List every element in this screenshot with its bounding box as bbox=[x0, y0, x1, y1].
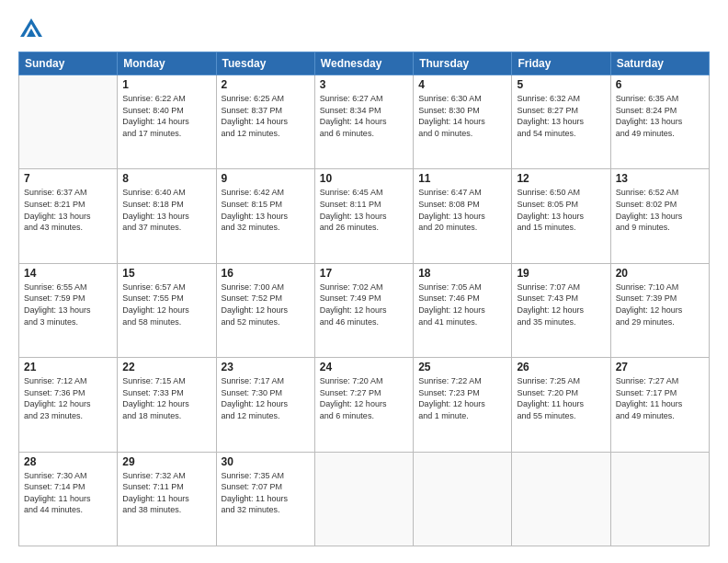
day-number: 6 bbox=[616, 78, 704, 91]
day-info: Sunrise: 7:10 AM Sunset: 7:39 PM Dayligh… bbox=[616, 282, 704, 327]
day-number: 30 bbox=[222, 455, 310, 468]
day-number: 4 bbox=[418, 78, 506, 91]
day-number: 23 bbox=[222, 361, 310, 373]
day-number: 1 bbox=[122, 78, 210, 91]
calendar-cell: 26Sunrise: 7:25 AM Sunset: 7:20 PM Dayli… bbox=[512, 358, 610, 452]
calendar-cell: 20Sunrise: 7:10 AM Sunset: 7:39 PM Dayli… bbox=[610, 263, 709, 357]
day-number: 24 bbox=[320, 361, 408, 373]
week-row-1: 7Sunrise: 6:37 AM Sunset: 8:21 PM Daylig… bbox=[19, 169, 710, 263]
calendar-cell: 6Sunrise: 6:35 AM Sunset: 8:24 PM Daylig… bbox=[610, 75, 709, 169]
day-number: 29 bbox=[122, 455, 210, 468]
day-info: Sunrise: 7:07 AM Sunset: 7:43 PM Dayligh… bbox=[517, 282, 605, 327]
calendar-cell bbox=[314, 452, 413, 546]
day-number: 2 bbox=[222, 78, 310, 91]
calendar-cell: 4Sunrise: 6:30 AM Sunset: 8:30 PM Daylig… bbox=[414, 75, 512, 169]
day-number: 15 bbox=[122, 267, 210, 280]
weekday-header-row: SundayMondayTuesdayWednesdayThursdayFrid… bbox=[19, 52, 710, 75]
calendar-cell: 25Sunrise: 7:22 AM Sunset: 7:23 PM Dayli… bbox=[414, 358, 512, 452]
week-row-0: 1Sunrise: 6:22 AM Sunset: 8:40 PM Daylig… bbox=[19, 75, 710, 169]
day-number: 3 bbox=[320, 78, 408, 91]
calendar-cell bbox=[19, 75, 118, 169]
calendar-cell: 16Sunrise: 7:00 AM Sunset: 7:52 PM Dayli… bbox=[216, 263, 314, 357]
calendar-cell: 27Sunrise: 7:27 AM Sunset: 7:17 PM Dayli… bbox=[610, 358, 709, 452]
day-number: 5 bbox=[517, 78, 605, 91]
day-number: 20 bbox=[616, 267, 704, 280]
day-number: 17 bbox=[320, 267, 408, 280]
calendar-table: SundayMondayTuesdayWednesdayThursdayFrid… bbox=[18, 52, 710, 546]
day-info: Sunrise: 7:17 AM Sunset: 7:30 PM Dayligh… bbox=[222, 375, 310, 421]
calendar-cell: 9Sunrise: 6:42 AM Sunset: 8:15 PM Daylig… bbox=[216, 169, 314, 263]
day-info: Sunrise: 7:02 AM Sunset: 7:49 PM Dayligh… bbox=[320, 282, 408, 327]
day-number: 8 bbox=[122, 172, 210, 185]
calendar-cell: 5Sunrise: 6:32 AM Sunset: 8:27 PM Daylig… bbox=[512, 75, 610, 169]
day-number: 14 bbox=[24, 267, 112, 280]
day-info: Sunrise: 6:30 AM Sunset: 8:30 PM Dayligh… bbox=[418, 93, 506, 139]
day-number: 9 bbox=[222, 172, 310, 185]
day-number: 19 bbox=[517, 267, 605, 280]
day-info: Sunrise: 6:22 AM Sunset: 8:40 PM Dayligh… bbox=[122, 93, 210, 139]
logo-icon bbox=[18, 17, 44, 42]
weekday-header-tuesday: Tuesday bbox=[216, 52, 314, 75]
calendar-cell: 14Sunrise: 6:55 AM Sunset: 7:59 PM Dayli… bbox=[19, 263, 118, 357]
day-info: Sunrise: 6:40 AM Sunset: 8:18 PM Dayligh… bbox=[122, 187, 210, 233]
week-row-2: 14Sunrise: 6:55 AM Sunset: 7:59 PM Dayli… bbox=[19, 263, 710, 357]
calendar-cell: 10Sunrise: 6:45 AM Sunset: 8:11 PM Dayli… bbox=[314, 169, 413, 263]
day-info: Sunrise: 7:20 AM Sunset: 7:27 PM Dayligh… bbox=[320, 375, 408, 421]
calendar-cell: 29Sunrise: 7:32 AM Sunset: 7:11 PM Dayli… bbox=[118, 452, 216, 546]
day-info: Sunrise: 6:35 AM Sunset: 8:24 PM Dayligh… bbox=[616, 93, 704, 139]
weekday-header-wednesday: Wednesday bbox=[314, 52, 413, 75]
calendar-cell: 11Sunrise: 6:47 AM Sunset: 8:08 PM Dayli… bbox=[414, 169, 512, 263]
day-number: 18 bbox=[418, 267, 506, 280]
calendar-cell bbox=[512, 452, 610, 546]
day-info: Sunrise: 7:32 AM Sunset: 7:11 PM Dayligh… bbox=[122, 470, 210, 516]
calendar-cell: 21Sunrise: 7:12 AM Sunset: 7:36 PM Dayli… bbox=[19, 358, 118, 452]
calendar-cell: 8Sunrise: 6:40 AM Sunset: 8:18 PM Daylig… bbox=[118, 169, 216, 263]
day-info: Sunrise: 6:25 AM Sunset: 8:37 PM Dayligh… bbox=[222, 93, 310, 139]
calendar-cell: 24Sunrise: 7:20 AM Sunset: 7:27 PM Dayli… bbox=[314, 358, 413, 452]
day-number: 21 bbox=[24, 361, 112, 373]
week-row-4: 28Sunrise: 7:30 AM Sunset: 7:14 PM Dayli… bbox=[19, 452, 710, 546]
calendar-cell: 18Sunrise: 7:05 AM Sunset: 7:46 PM Dayli… bbox=[414, 263, 512, 357]
day-number: 7 bbox=[24, 172, 112, 185]
weekday-header-friday: Friday bbox=[512, 52, 610, 75]
day-number: 28 bbox=[24, 455, 112, 468]
header bbox=[18, 17, 710, 42]
calendar-cell: 30Sunrise: 7:35 AM Sunset: 7:07 PM Dayli… bbox=[216, 452, 314, 546]
day-number: 25 bbox=[418, 361, 506, 373]
calendar-cell: 28Sunrise: 7:30 AM Sunset: 7:14 PM Dayli… bbox=[19, 452, 118, 546]
weekday-header-thursday: Thursday bbox=[414, 52, 512, 75]
weekday-header-monday: Monday bbox=[118, 52, 216, 75]
logo bbox=[18, 17, 49, 42]
calendar-cell: 1Sunrise: 6:22 AM Sunset: 8:40 PM Daylig… bbox=[118, 75, 216, 169]
calendar-cell: 2Sunrise: 6:25 AM Sunset: 8:37 PM Daylig… bbox=[216, 75, 314, 169]
calendar-cell: 13Sunrise: 6:52 AM Sunset: 8:02 PM Dayli… bbox=[610, 169, 709, 263]
day-info: Sunrise: 6:55 AM Sunset: 7:59 PM Dayligh… bbox=[24, 282, 112, 327]
day-info: Sunrise: 7:35 AM Sunset: 7:07 PM Dayligh… bbox=[222, 470, 310, 516]
day-number: 26 bbox=[517, 361, 605, 373]
calendar-cell bbox=[414, 452, 512, 546]
day-info: Sunrise: 7:22 AM Sunset: 7:23 PM Dayligh… bbox=[418, 375, 506, 421]
calendar-cell: 15Sunrise: 6:57 AM Sunset: 7:55 PM Dayli… bbox=[118, 263, 216, 357]
page: SundayMondayTuesdayWednesdayThursdayFrid… bbox=[0, 0, 728, 563]
day-number: 11 bbox=[418, 172, 506, 185]
day-number: 10 bbox=[320, 172, 408, 185]
weekday-header-sunday: Sunday bbox=[19, 52, 118, 75]
day-number: 12 bbox=[517, 172, 605, 185]
day-number: 27 bbox=[616, 361, 704, 373]
day-info: Sunrise: 7:05 AM Sunset: 7:46 PM Dayligh… bbox=[418, 282, 506, 327]
day-number: 22 bbox=[122, 361, 210, 373]
day-info: Sunrise: 7:30 AM Sunset: 7:14 PM Dayligh… bbox=[24, 470, 112, 516]
week-row-3: 21Sunrise: 7:12 AM Sunset: 7:36 PM Dayli… bbox=[19, 358, 710, 452]
day-info: Sunrise: 6:32 AM Sunset: 8:27 PM Dayligh… bbox=[517, 93, 605, 139]
day-info: Sunrise: 6:42 AM Sunset: 8:15 PM Dayligh… bbox=[222, 187, 310, 233]
day-info: Sunrise: 7:12 AM Sunset: 7:36 PM Dayligh… bbox=[24, 375, 112, 421]
calendar-cell bbox=[610, 452, 709, 546]
calendar-cell: 12Sunrise: 6:50 AM Sunset: 8:05 PM Dayli… bbox=[512, 169, 610, 263]
day-info: Sunrise: 7:15 AM Sunset: 7:33 PM Dayligh… bbox=[122, 375, 210, 421]
day-info: Sunrise: 6:47 AM Sunset: 8:08 PM Dayligh… bbox=[418, 187, 506, 233]
day-info: Sunrise: 6:27 AM Sunset: 8:34 PM Dayligh… bbox=[320, 93, 408, 139]
day-info: Sunrise: 6:57 AM Sunset: 7:55 PM Dayligh… bbox=[122, 282, 210, 327]
day-info: Sunrise: 6:37 AM Sunset: 8:21 PM Dayligh… bbox=[24, 187, 112, 233]
calendar-cell: 22Sunrise: 7:15 AM Sunset: 7:33 PM Dayli… bbox=[118, 358, 216, 452]
day-info: Sunrise: 6:45 AM Sunset: 8:11 PM Dayligh… bbox=[320, 187, 408, 233]
